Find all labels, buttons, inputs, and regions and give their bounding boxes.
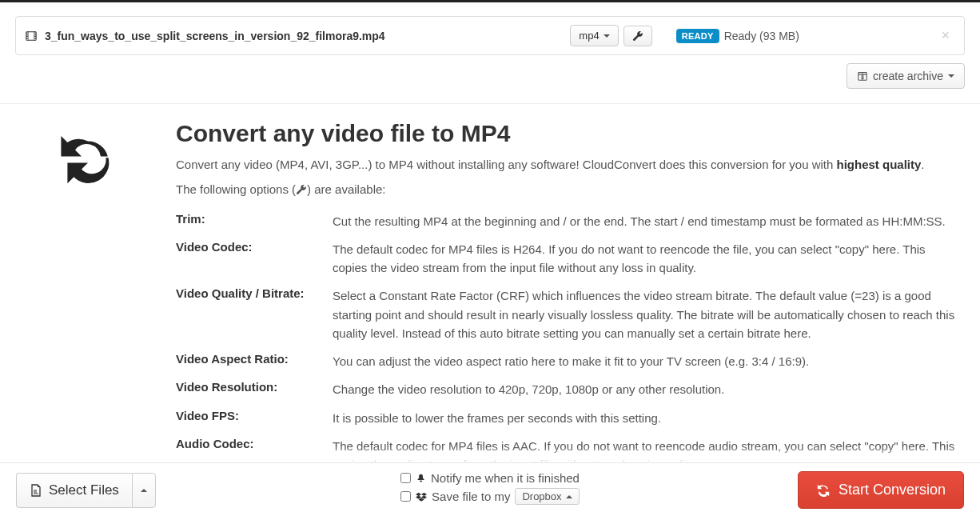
storage-dropdown[interactable]: Dropbox [515,488,579,505]
file-name: 3_fun_ways_to_use_split_screens_in_versi… [45,30,385,42]
save-checkbox[interactable] [400,491,411,502]
archive-icon [857,70,868,82]
select-files-group: Select Files [16,473,156,508]
svg-rect-6 [26,38,28,39]
save-label: Save file to my [432,490,510,503]
file-row: 3_fun_ways_to_use_split_screens_in_versi… [15,16,965,55]
chevron-up-icon [141,489,147,492]
notify-option[interactable]: Notify me when it is finished [400,471,580,485]
option-desc: Select a Constant Rate Factor (CRF) whic… [333,286,956,342]
svg-rect-4 [26,34,28,35]
options-intro-prefix: The following options ( [176,182,296,196]
svg-rect-10 [34,38,36,39]
svg-rect-5 [26,36,28,37]
options-intro: The following options () are available: [176,180,956,200]
center-options: Notify me when it is finished Save file … [400,471,580,505]
select-files-dropdown[interactable] [132,473,156,508]
top-border [0,0,980,2]
option-label: Video Quality / Bitrate: [176,286,333,342]
options-intro-suffix: ) are available: [307,182,385,196]
lead-suffix: . [921,158,924,171]
bell-icon [416,473,426,483]
status-text: Ready (93 MB) [724,30,799,42]
settings-button[interactable] [623,26,652,46]
format-dropdown[interactable]: mp4 [570,25,618,46]
option-label: Video Aspect Ratio: [176,352,333,370]
start-conversion-button[interactable]: Start Conversion [798,471,964,509]
option-row: Video Codec:The default codec for MP4 fi… [176,235,956,282]
svg-rect-8 [34,34,36,35]
file-icon [30,484,42,497]
start-label: Start Conversion [839,482,946,498]
option-desc: You can adjust the video aspect ratio he… [333,352,956,370]
option-desc: It is possible to lower the frames per s… [333,409,956,427]
option-label: Video FPS: [176,409,333,427]
option-row: Trim:Cut the resulting MP4 at the beginn… [176,207,956,235]
option-label: Trim: [176,212,333,230]
convert-icon [56,130,120,194]
ready-badge: READY [676,29,719,43]
bottom-bar: Select Files Notify me when it is finish… [0,462,980,520]
option-row: Video Resolution:Change the video resolu… [176,375,956,403]
archive-label: create archive [873,70,943,82]
remove-file-button[interactable]: × [936,27,954,44]
page-title: Convert any video file to MP4 [176,120,956,147]
create-archive-button[interactable]: create archive [847,63,965,89]
option-label: Video Codec: [176,240,333,278]
chevron-down-icon [604,34,610,38]
wrench-icon [632,30,643,42]
film-icon [26,30,37,42]
chevron-down-icon [948,74,954,78]
storage-label: Dropbox [522,490,561,502]
file-controls: mp4 [570,25,651,46]
svg-rect-3 [26,32,28,33]
save-option: Save file to my Dropbox [400,488,580,505]
option-desc: Change the video resolution to 420p, 720… [333,380,956,398]
lead-prefix: Convert any video (MP4, AVI, 3GP...) to … [176,158,837,171]
dropbox-icon [416,491,427,502]
chevron-up-icon [566,495,572,498]
status-group: READY Ready (93 MB) [676,29,799,43]
notify-label: Notify me when it is finished [431,471,580,485]
select-files-button[interactable]: Select Files [16,473,132,508]
lead-paragraph: Convert any video (MP4, AVI, 3GP...) to … [176,155,956,174]
archive-row: create archive [0,55,980,104]
svg-rect-7 [34,32,36,33]
option-desc: Cut the resulting MP4 at the beginning a… [333,212,956,230]
convert-icon-col [24,115,152,507]
option-row: Video Aspect Ratio:You can adjust the vi… [176,347,956,375]
format-label: mp4 [579,30,599,42]
notify-checkbox[interactable] [400,473,411,483]
wrench-icon [296,182,307,200]
select-files-label: Select Files [49,482,119,498]
svg-rect-9 [34,36,36,37]
option-desc: The default codec for MP4 files is H264.… [333,240,956,278]
option-row: Video FPS:It is possible to lower the fr… [176,404,956,432]
refresh-icon [816,483,831,498]
option-label: Video Resolution: [176,380,333,398]
lead-strong: highest quality [837,158,922,171]
content-column: Convert any video file to MP4 Convert an… [176,115,956,507]
option-row: Video Quality / Bitrate:Select a Constan… [176,282,956,347]
main-content: Convert any video file to MP4 Convert an… [0,115,980,507]
